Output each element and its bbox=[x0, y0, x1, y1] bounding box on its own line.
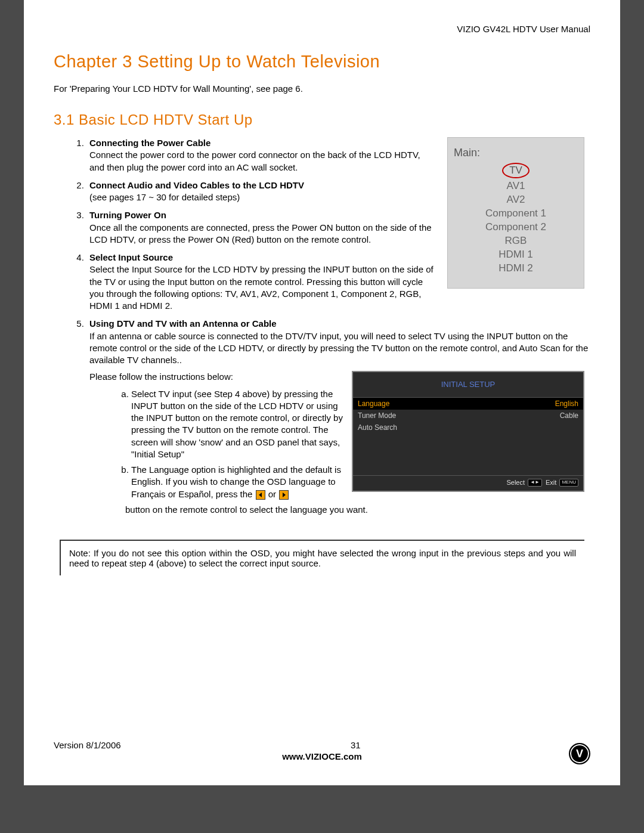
footer-page: 31 bbox=[54, 740, 590, 750]
step-4-body: Select the Input Source for the LCD HDTV… bbox=[89, 264, 434, 311]
input-item: Component 2 bbox=[454, 221, 578, 233]
osd-title: INITIAL SETUP bbox=[353, 372, 583, 398]
osd-footer: Select ◄► Exit MENU bbox=[353, 476, 583, 491]
osd-menu-icon: MENU bbox=[559, 479, 578, 487]
osd-row-label: Language bbox=[358, 399, 389, 408]
footer-site: www.VIZIOCE.com bbox=[54, 751, 590, 761]
osd-row-value: English bbox=[555, 399, 578, 408]
intro-text: For 'Preparing Your LCD HDTV for Wall Mo… bbox=[54, 83, 590, 94]
osd-row-autosearch: Auto Search bbox=[353, 422, 583, 433]
osd-row-language: Language English bbox=[353, 398, 583, 410]
osd-initial-setup: INITIAL SETUP Language English Tuner Mod… bbox=[352, 371, 584, 491]
input-item: RGB bbox=[454, 235, 578, 247]
input-item: AV2 bbox=[454, 194, 578, 206]
vizio-logo-icon: V bbox=[569, 743, 590, 764]
arrow-left-icon bbox=[256, 490, 265, 500]
step-5-title: Using DTV and TV with an Antenna or Cabl… bbox=[89, 318, 277, 329]
input-source-menu: Main: TV AV1 AV2 Component 1 Component 2… bbox=[447, 137, 584, 289]
input-item: AV1 bbox=[454, 180, 578, 192]
osd-row-label: Tuner Mode bbox=[358, 411, 396, 420]
follow-intro: Please follow the instructions below: bbox=[89, 371, 233, 382]
input-menu-label: Main: bbox=[454, 147, 578, 159]
footer-version: Version 8/1/2006 bbox=[54, 740, 121, 750]
step-5-body: If an antenna or cable source is connect… bbox=[89, 331, 588, 366]
step-1-body: Connect the power cord to the power cord… bbox=[89, 150, 420, 172]
input-item: Component 1 bbox=[454, 208, 578, 219]
step-1-title: Connecting the Power Cable bbox=[89, 138, 210, 148]
substep-b-or: or bbox=[268, 489, 276, 499]
substep-b-after: button on the remote control to select t… bbox=[125, 504, 590, 516]
substep-b-text: The Language option is highlighted and t… bbox=[131, 465, 341, 499]
step-5: Using DTV and TV with an Antenna or Cabl… bbox=[86, 318, 590, 516]
section-title: 3.1 Basic LCD HDTV Start Up bbox=[54, 112, 590, 128]
chapter-title: Chapter 3 Setting Up to Watch Television bbox=[54, 52, 590, 72]
input-selected-tv: TV bbox=[502, 163, 530, 178]
step-2-title: Connect Audio and Video Cables to the LC… bbox=[89, 180, 304, 190]
arrow-right-icon bbox=[279, 490, 289, 500]
osd-footer-select: Select bbox=[506, 479, 525, 486]
note-box: Note: If you do not see this option with… bbox=[60, 540, 584, 575]
header-product: VIZIO GV42L HDTV User Manual bbox=[54, 24, 590, 34]
osd-row-tuner: Tuner Mode Cable bbox=[353, 410, 583, 422]
input-item: HDMI 1 bbox=[454, 249, 578, 261]
osd-select-icon: ◄► bbox=[528, 479, 542, 487]
step-3-title: Turning Power On bbox=[89, 210, 166, 220]
step-2-body: (see pages 17 ~ 30 for detailed steps) bbox=[89, 192, 240, 202]
osd-footer-exit: Exit bbox=[546, 479, 556, 486]
input-item: HDMI 2 bbox=[454, 262, 578, 274]
step-3-body: Once all the components are connected, p… bbox=[89, 222, 432, 244]
step-4-title: Select Input Source bbox=[89, 252, 173, 262]
osd-row-value: Cable bbox=[560, 411, 578, 420]
osd-row-label: Auto Search bbox=[358, 423, 397, 432]
